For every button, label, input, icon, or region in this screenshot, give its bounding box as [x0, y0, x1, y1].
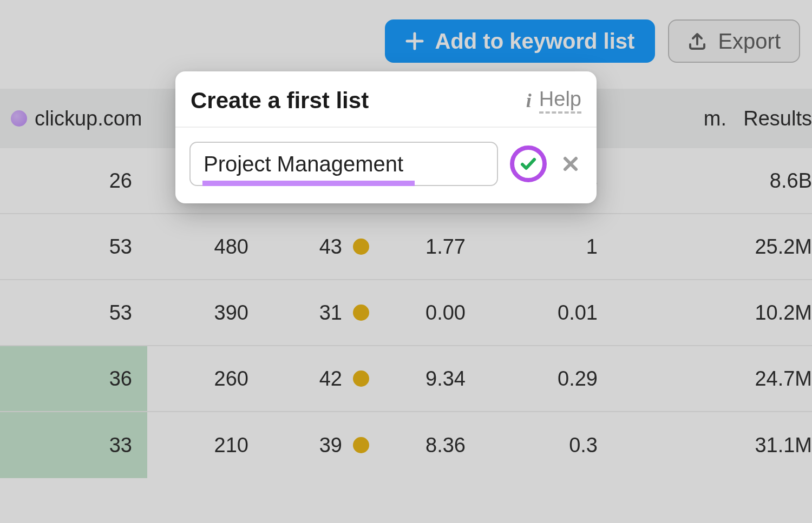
popover-title: Create a first list [191, 88, 369, 114]
close-icon [561, 154, 580, 174]
popover-header: Create a first list i Help [175, 71, 597, 128]
help-label: Help [539, 88, 581, 114]
confirm-button[interactable] [510, 145, 547, 182]
checkmark-icon [519, 154, 538, 174]
list-name-field-wrap [189, 142, 498, 186]
popover-body [175, 128, 597, 203]
list-name-input[interactable] [189, 142, 498, 186]
highlight-underline [202, 181, 415, 186]
cancel-button[interactable] [559, 152, 582, 176]
help-link[interactable]: i Help [526, 88, 581, 114]
info-icon: i [526, 89, 532, 112]
create-list-popover: Create a first list i Help [175, 71, 597, 203]
